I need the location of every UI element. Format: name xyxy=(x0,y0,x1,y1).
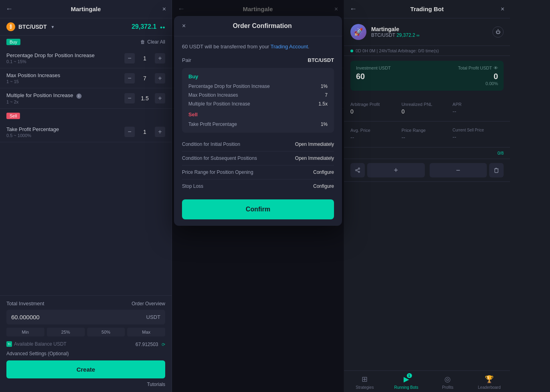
metric2-0: Avg. Price -- xyxy=(350,125,402,143)
pct-25-btn[interactable]: 25% xyxy=(47,328,85,336)
left-back-button[interactable]: ← xyxy=(6,5,13,13)
pct-min-btn[interactable]: Min xyxy=(6,328,44,336)
pair-price: 29,372.1 xyxy=(132,23,156,30)
nav-profits[interactable]: ◎ Profits xyxy=(427,371,469,392)
svg-line-4 xyxy=(357,169,358,170)
stepper-2-minus[interactable]: − xyxy=(124,93,135,103)
bot-header: 🚀 Martingale BTC/USDT 29,372.2 ∞ ⏻ xyxy=(344,18,510,46)
investment-header: Total Investment Order Overview xyxy=(6,300,165,306)
nav-strategies[interactable]: ⊞ Strategies xyxy=(344,371,386,392)
modal-condition-value-0: Open Immediately xyxy=(295,141,334,147)
bot-status-text: 0D 0H 0M | 24h/Total Arbitrage: 0/0 time… xyxy=(356,48,439,53)
stepper-1-plus[interactable]: + xyxy=(155,73,165,84)
total-investment-label: Total Investment xyxy=(6,300,44,306)
setting-range-2: 1 ~ 2x xyxy=(6,99,124,104)
modal-condition-2: Price Range for Position Opening Configu… xyxy=(182,165,334,179)
bot-price-indicator: ∞ xyxy=(416,33,420,38)
bottom-nav: ⊞ Strategies 1 ▶ Running Bots ◎ Profits … xyxy=(344,370,510,392)
investment-currency: USDT xyxy=(146,314,160,320)
modal-condition-value-1: Open Immediately xyxy=(295,155,334,161)
leaderboard-icon: 🏆 xyxy=(485,375,494,384)
delete-button[interactable] xyxy=(489,163,504,177)
minus-button[interactable]: − xyxy=(430,163,487,177)
total-profit-pct: 0.00% xyxy=(486,81,498,86)
setting-row-1: Max Position Increases 1 ~ 15 − 7 + xyxy=(0,68,172,88)
running-bots-badge: 1 xyxy=(407,373,412,378)
metric-0: Arbitrage Profit 0 xyxy=(350,99,402,117)
modal-buy-row-1: Max Position Increases 7 xyxy=(188,92,328,98)
setting-label-2: Multiple for Position Increase i 1 ~ 2x xyxy=(6,92,124,104)
right-panel-header: ← Trading Bot × xyxy=(344,0,510,18)
metrics-grid: Arbitrage Profit 0 Unrealized PNL 0 APR … xyxy=(344,96,510,121)
left-price-area: 29,372.1 ●● xyxy=(132,23,165,30)
nav-running-bots[interactable]: 1 ▶ Running Bots xyxy=(386,371,427,392)
setting-title-0: Percentage Drop for Position Increase xyxy=(6,52,124,58)
metric2-value-0: -- xyxy=(350,134,402,141)
modal-sell-sub: Sell Take Profit Percentage 1% xyxy=(188,111,328,127)
nav-leaderboard[interactable]: 🏆 Leaderboard xyxy=(468,371,510,392)
share-button[interactable] xyxy=(350,163,365,177)
bot-emoji: 🚀 xyxy=(354,28,363,36)
advanced-settings-toggle[interactable]: Advanced Settings (Optional) xyxy=(6,351,165,356)
metric-label-1: Unrealized PNL xyxy=(402,102,453,107)
bot-power-button[interactable]: ⏻ xyxy=(492,26,504,38)
investment-card-row: Investment USDT 60 Total Profit USDT 👁 0… xyxy=(356,66,498,86)
sell-stepper-value: 1 xyxy=(139,129,151,135)
clear-all-button[interactable]: 🗑 Clear All xyxy=(140,39,165,45)
order-overview-link[interactable]: Order Overview xyxy=(132,301,165,306)
modal-header: × Order Confirmation xyxy=(174,16,342,36)
modal-pair-row: Pair BTC/USDT xyxy=(182,57,334,63)
create-button[interactable]: Create xyxy=(6,360,165,378)
price-live-indicator: ●● xyxy=(160,25,165,30)
modal-buy-value-1: 7 xyxy=(325,92,328,98)
metric-label-0: Arbitrage Profit xyxy=(350,102,402,107)
eye-icon[interactable]: 👁 xyxy=(494,66,498,70)
modal-notice-link[interactable]: Trading Account xyxy=(270,44,308,50)
setting-label-0: Percentage Drop for Position Increase 0.… xyxy=(6,52,124,64)
left-close-button[interactable]: × xyxy=(162,6,166,13)
stepper-0-plus[interactable]: + xyxy=(155,53,165,64)
right-back-button[interactable]: ← xyxy=(350,5,357,13)
modal-condition-label-0: Condition for Initial Position xyxy=(182,141,240,147)
balance-label-text: Available Balance USDT xyxy=(14,341,66,347)
modal-condition-value-3: Configure xyxy=(313,183,334,189)
bot-name: Martingale xyxy=(371,26,488,32)
setting-range-0: 0.1 ~ 15% xyxy=(6,59,124,64)
tutorials-link[interactable]: Tutorials xyxy=(6,382,165,387)
sell-stepper-minus[interactable]: − xyxy=(124,127,135,137)
left-pair-info[interactable]: ₿ BTC/USDT ▼ xyxy=(6,22,55,31)
metric2-label-0: Avg. Price xyxy=(350,128,402,133)
metric2-value-2: -- xyxy=(452,134,504,140)
stepper-0-minus[interactable]: − xyxy=(124,53,135,64)
svg-line-3 xyxy=(357,171,358,171)
sell-setting-range-0: 0.5 ~ 1000% xyxy=(6,133,124,138)
pct-50-btn[interactable]: 50% xyxy=(87,328,125,336)
setting-row-2: Multiple for Position Increase i 1 ~ 2x … xyxy=(0,88,172,109)
position-count: 0/8 xyxy=(498,151,504,155)
modal-body: 60 USDT will be transferred from your Tr… xyxy=(174,36,342,226)
add-button[interactable]: + xyxy=(367,163,425,177)
second-metrics: Avg. Price -- Price Range -- Current Sel… xyxy=(344,121,510,147)
sell-stepper-plus[interactable]: + xyxy=(155,127,165,137)
refresh-icon[interactable]: ⟳ xyxy=(162,342,165,347)
stepper-2-plus[interactable]: + xyxy=(155,93,165,103)
metric2-value-1: -- xyxy=(402,134,453,141)
stepper-1-minus[interactable]: − xyxy=(124,73,135,84)
pct-max-btn[interactable]: Max xyxy=(127,328,165,336)
inv-right: Total Profit USDT 👁 0 0.00% xyxy=(458,66,498,86)
running-bots-label: Running Bots xyxy=(394,385,418,390)
modal-close-button[interactable]: × xyxy=(182,22,186,30)
left-panel-title: Martingale xyxy=(71,6,101,12)
bot-icon: 🚀 xyxy=(350,24,366,40)
left-panel: ← Martingale × ₿ BTC/USDT ▼ 29,372.1 ●● … xyxy=(0,0,172,392)
right-close-button[interactable]: × xyxy=(501,6,504,13)
svg-point-1 xyxy=(356,169,357,171)
investment-section: Total Investment Order Overview 60.00000… xyxy=(0,295,172,392)
modal-buy-header: Buy xyxy=(188,74,328,80)
modal-condition-label-1: Condition for Subsequent Positions xyxy=(182,155,257,161)
metric-label-2: APR xyxy=(452,102,504,107)
setting-title-1: Max Position Increases xyxy=(6,72,124,78)
confirm-button[interactable]: Confirm xyxy=(182,199,334,219)
sell-stepper-0: − 1 + xyxy=(124,127,165,137)
modal-condition-value-2: Configure xyxy=(313,169,334,175)
